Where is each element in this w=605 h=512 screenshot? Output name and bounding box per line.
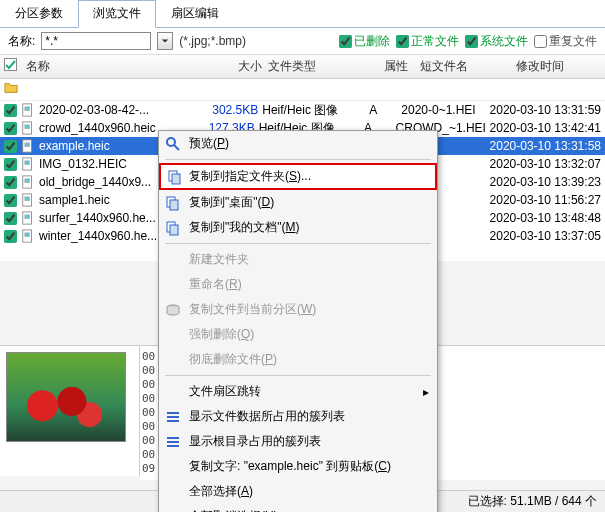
thumbnail-image [6,352,126,442]
cell-type: Heif/Heic 图像 [262,102,365,119]
menu-new-folder: 新建文件夹 [159,247,437,272]
svg-rect-19 [172,174,180,184]
svg-rect-21 [170,200,178,210]
row-checkbox[interactable] [4,176,17,189]
tab-partition[interactable]: 分区参数 [0,0,78,27]
cell-mtime: 2020-03-10 13:37:05 [490,229,601,243]
menu-deselect-all[interactable]: 全部取消选择(U) [159,504,437,512]
chk-system[interactable]: 系统文件 [465,33,528,50]
context-menu: 预览(P) 复制到指定文件夹(S)... 复制到"桌面"(D) 复制到"我的文档… [158,130,438,512]
menu-select-all[interactable]: 全部选择(A) [159,479,437,504]
svg-point-17 [167,138,175,146]
col-size[interactable]: 大小 [202,58,262,75]
menu-copy-docs[interactable]: 复制到"我的文档"(M) [159,215,437,240]
filter-input[interactable] [41,32,151,50]
menu-clusters-file[interactable]: 显示文件数据所占用的簇列表 [159,404,437,429]
chk-normal[interactable]: 正常文件 [396,33,459,50]
copy-icon [165,195,181,211]
chk-col-icon[interactable] [4,58,20,75]
cell-mtime: 2020-03-10 13:31:58 [490,139,601,153]
cell-mtime: 2020-03-10 13:39:23 [490,175,601,189]
list-icon [165,434,181,450]
hex-offset-col: 00 00 00 00 00 00 00 00 09 [140,346,160,480]
svg-rect-12 [25,197,30,201]
file-icon [21,211,35,225]
menu-clusters-root[interactable]: 显示根目录占用的簇列表 [159,429,437,454]
name-label: 名称: [8,33,35,50]
tab-sector[interactable]: 扇区编辑 [156,0,234,27]
svg-rect-0 [5,59,17,71]
cell-mtime: 2020-03-10 13:31:59 [490,103,601,117]
file-icon [21,175,35,189]
menu-force-delete: 强制删除(Q) [159,322,437,347]
filter-dropdown-button[interactable] [157,32,173,50]
svg-rect-14 [25,215,30,219]
disk-icon [165,302,181,318]
svg-rect-8 [25,161,30,165]
svg-rect-25 [167,412,179,414]
row-checkbox[interactable] [4,140,17,153]
col-name[interactable]: 名称 [26,58,196,75]
file-icon [21,157,35,171]
cell-mtime: 2020-03-10 13:48:48 [490,211,601,225]
file-icon [21,103,35,117]
tab-bar: 分区参数 浏览文件 扇区编辑 [0,0,605,28]
menu-preview[interactable]: 预览(P) [159,131,437,156]
thumbnail-panel [0,346,140,476]
col-mtime[interactable]: 修改时间 [516,58,601,75]
tab-browse[interactable]: 浏览文件 [78,0,156,28]
menu-copy-to-folder[interactable]: 复制到指定文件夹(S)... [159,163,437,190]
cell-attr: A [369,103,397,117]
cell-size: 302.5KB [202,103,258,117]
svg-rect-2 [25,107,30,111]
svg-rect-4 [25,125,30,129]
chk-deleted[interactable]: 已删除 [339,33,390,50]
chk-dup[interactable]: 重复文件 [534,33,597,50]
svg-rect-27 [167,420,179,422]
row-checkbox[interactable] [4,158,17,171]
file-row[interactable]: 2020-02-03-08-42-... 302.5KB Heif/Heic 图… [0,101,605,119]
copy-icon [167,169,183,185]
row-checkbox[interactable] [4,230,17,243]
status-text: 已选择: 51.1MB / 644 个 [468,493,597,510]
menu-sector-jump[interactable]: 文件扇区跳转▸ [159,379,437,404]
menu-copy-text[interactable]: 复制文字: "example.heic" 到剪贴板(C) [159,454,437,479]
menu-perm-delete: 彻底删除文件(P) [159,347,437,372]
preview-icon [165,136,181,152]
file-icon [21,229,35,243]
svg-rect-30 [167,445,179,447]
svg-rect-6 [25,143,30,147]
filter-toolbar: 名称: (*.jpg;*.bmp) 已删除 正常文件 系统文件 重复文件 [0,28,605,55]
menu-copy-desktop[interactable]: 复制到"桌面"(D) [159,190,437,215]
cell-mtime: 2020-03-10 13:42:41 [490,121,601,135]
cell-mtime: 2020-03-10 13:32:07 [490,157,601,171]
cell-short: 2020-0~1.HEI [401,103,485,117]
row-checkbox[interactable] [4,212,17,225]
filter-hint: (*.jpg;*.bmp) [179,34,246,48]
cell-name: 2020-02-03-08-42-... [39,103,198,117]
svg-rect-28 [167,437,179,439]
col-attr[interactable]: 属性 [384,58,414,75]
svg-rect-26 [167,416,179,418]
cell-mtime: 2020-03-10 11:56:27 [490,193,601,207]
row-checkbox[interactable] [4,104,17,117]
file-icon [21,121,35,135]
menu-copy-partition: 复制文件到当前分区(W) [159,297,437,322]
row-checkbox[interactable] [4,122,17,135]
menu-rename: 重命名(R) [159,272,437,297]
file-icon [21,193,35,207]
svg-rect-10 [25,179,30,183]
col-short[interactable]: 短文件名 [420,58,510,75]
svg-rect-16 [25,233,30,237]
row-checkbox[interactable] [4,194,17,207]
folder-up-row[interactable] [0,79,605,101]
col-type[interactable]: 文件类型 [268,58,378,75]
list-icon [165,409,181,425]
folder-icon [4,81,18,95]
column-header: 名称 大小 文件类型 属性 短文件名 修改时间 [0,55,605,79]
svg-rect-23 [170,225,178,235]
svg-rect-29 [167,441,179,443]
copy-icon [165,220,181,236]
file-icon [21,139,35,153]
